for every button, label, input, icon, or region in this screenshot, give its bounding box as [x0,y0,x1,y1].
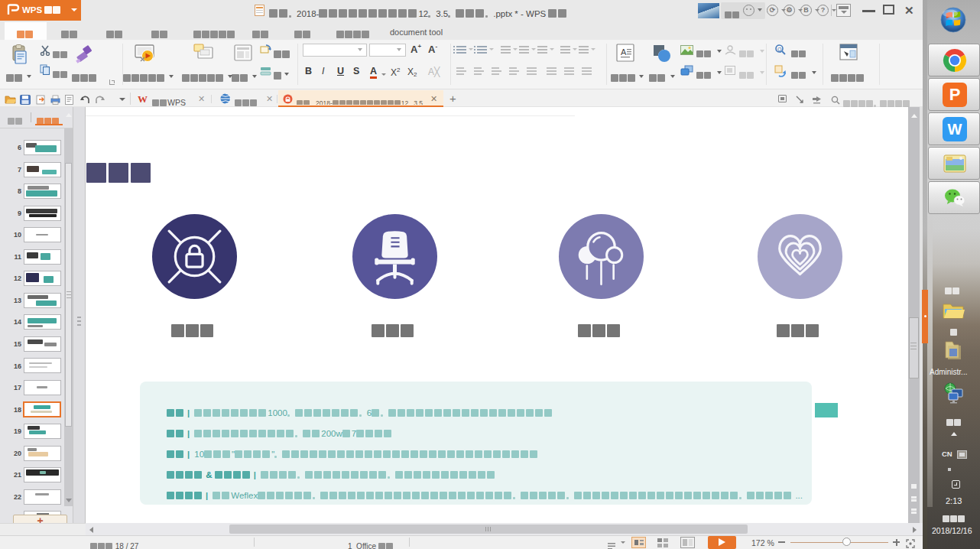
svg-text:Q: Q [777,47,782,53]
svg-text:A: A [621,47,627,57]
svg-text:W: W [138,94,148,104]
